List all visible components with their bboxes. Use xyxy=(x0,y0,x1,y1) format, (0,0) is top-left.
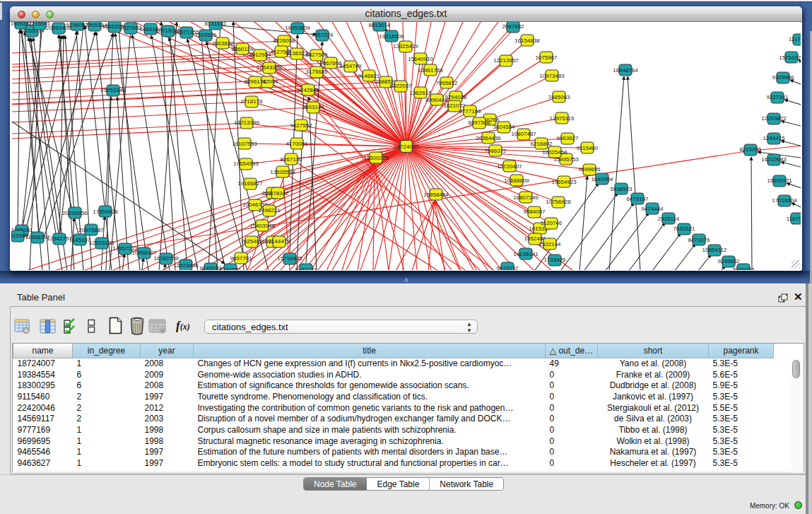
svg-text:20364436: 20364436 xyxy=(476,135,501,141)
svg-text:10807487: 10807487 xyxy=(511,131,536,137)
svg-text:8215955: 8215955 xyxy=(739,146,762,153)
svg-text:6479197: 6479197 xyxy=(626,196,649,202)
svg-text:16107553: 16107553 xyxy=(232,141,257,147)
svg-text:12213389: 12213389 xyxy=(234,119,259,126)
svg-text:16782759: 16782759 xyxy=(153,255,179,262)
svg-text:18300275: 18300275 xyxy=(363,155,389,161)
svg-text:5938923: 5938923 xyxy=(610,186,632,192)
svg-text:15640910: 15640910 xyxy=(408,56,433,62)
svg-text:16154838: 16154838 xyxy=(514,37,540,44)
svg-text:13325419: 13325419 xyxy=(393,43,418,49)
svg-text:1640954: 1640954 xyxy=(591,176,613,182)
svg-text:1878342: 1878342 xyxy=(266,190,289,197)
svg-text:6897508: 6897508 xyxy=(468,119,490,126)
svg-text:9474444: 9474444 xyxy=(641,206,664,212)
svg-text:9896176: 9896176 xyxy=(244,78,266,85)
svg-text:15720407: 15720407 xyxy=(497,163,522,170)
svg-text:9527508: 9527508 xyxy=(305,52,328,58)
svg-text:8471676: 8471676 xyxy=(688,237,710,243)
svg-text:12505135: 12505135 xyxy=(89,240,114,246)
svg-text:1527602: 1527602 xyxy=(119,25,142,31)
svg-text:1117704: 1117704 xyxy=(789,36,801,42)
svg-text:17359928: 17359928 xyxy=(93,209,118,215)
svg-text:20975887: 20975887 xyxy=(78,227,104,233)
svg-text:9245093: 9245093 xyxy=(199,265,222,270)
svg-text:8322037: 8322037 xyxy=(389,83,412,89)
svg-text:8136323: 8136323 xyxy=(286,50,308,57)
svg-text:9777169: 9777169 xyxy=(459,108,481,115)
svg-text:7515526: 7515526 xyxy=(194,32,217,38)
svg-text:10756928: 10756928 xyxy=(546,199,571,205)
svg-text:10688609: 10688609 xyxy=(504,177,529,184)
svg-text:18724007: 18724007 xyxy=(394,144,419,150)
svg-text:2144479: 2144479 xyxy=(268,238,290,245)
svg-text:10973493: 10973493 xyxy=(539,73,565,79)
svg-text:25053346: 25053346 xyxy=(100,87,126,93)
svg-text:9699695: 9699695 xyxy=(578,166,601,173)
svg-text:7632621: 7632621 xyxy=(673,226,695,232)
svg-text:7485063: 7485063 xyxy=(548,94,570,100)
svg-text:18807249: 18807249 xyxy=(513,194,539,201)
svg-text:4170061: 4170061 xyxy=(286,141,308,147)
svg-text:2522144: 2522144 xyxy=(539,241,561,247)
svg-text:9794028: 9794028 xyxy=(445,94,467,100)
svg-text:6216802: 6216802 xyxy=(530,141,553,147)
svg-text:1075967: 1075967 xyxy=(535,54,558,61)
svg-text:15716485: 15716485 xyxy=(277,255,302,262)
svg-text:2718176: 2718176 xyxy=(240,98,263,105)
svg-text:16961758: 16961758 xyxy=(418,67,443,74)
svg-text:1145197: 1145197 xyxy=(69,237,91,243)
svg-text:7955812: 7955812 xyxy=(435,80,458,86)
svg-text:9115460: 9115460 xyxy=(577,145,599,151)
svg-text:9427552: 9427552 xyxy=(290,122,312,129)
svg-text:20206556: 20206556 xyxy=(62,210,88,216)
svg-text:16648764: 16648764 xyxy=(613,67,638,74)
svg-text:19166827: 19166827 xyxy=(237,180,263,187)
svg-text:1244415: 1244415 xyxy=(763,135,785,141)
svg-text:8912954: 8912954 xyxy=(249,52,271,58)
svg-text:7357224: 7357224 xyxy=(311,32,334,38)
svg-text:8131531: 8131531 xyxy=(204,22,227,27)
svg-text:2935114: 2935114 xyxy=(658,216,680,222)
svg-text:19218506: 19218506 xyxy=(379,33,404,40)
svg-text:8079455: 8079455 xyxy=(732,267,755,270)
svg-text:12093872: 12093872 xyxy=(761,115,787,122)
svg-text:12213957: 12213957 xyxy=(493,57,519,64)
svg-text:16053809: 16053809 xyxy=(285,25,310,31)
svg-text:9245652: 9245652 xyxy=(717,258,740,264)
svg-text:2367608: 2367608 xyxy=(319,60,342,66)
svg-text:2803144: 2803144 xyxy=(302,104,324,110)
svg-text:9242848: 9242848 xyxy=(297,87,319,93)
svg-text:15403948: 15403948 xyxy=(249,223,275,229)
svg-text:19654953: 19654953 xyxy=(233,160,259,167)
svg-text:3175685: 3175685 xyxy=(305,69,328,75)
svg-text:9463627: 9463627 xyxy=(556,135,579,141)
svg-text:1362615: 1362615 xyxy=(409,90,432,96)
svg-text:12923446: 12923446 xyxy=(173,262,199,269)
svg-text:15958454: 15958454 xyxy=(423,192,449,198)
svg-text:15692971: 15692971 xyxy=(767,177,792,184)
svg-text:8813014: 8813014 xyxy=(368,22,391,28)
svg-text:9084007: 9084007 xyxy=(523,209,546,215)
svg-text:13535594: 13535594 xyxy=(270,169,295,175)
svg-text:8454749: 8454749 xyxy=(339,63,362,69)
svg-text:1167534: 1167534 xyxy=(787,216,801,222)
svg-text:7663822: 7663822 xyxy=(211,40,234,47)
svg-text:14136141: 14136141 xyxy=(513,251,539,257)
svg-text:1733426: 1733426 xyxy=(543,257,566,263)
svg-text:7625402: 7625402 xyxy=(240,238,263,245)
svg-text:9329966: 9329966 xyxy=(772,74,794,81)
svg-text:9415077: 9415077 xyxy=(496,265,519,270)
svg-text:12975115: 12975115 xyxy=(550,115,575,122)
svg-text:8294551: 8294551 xyxy=(219,267,242,270)
svg-text:9462733: 9462733 xyxy=(295,267,317,270)
svg-text:8226058: 8226058 xyxy=(273,37,295,44)
svg-text:2087682: 2087682 xyxy=(502,23,524,30)
svg-text:10654112: 10654112 xyxy=(702,247,728,253)
svg-text:19654923: 19654923 xyxy=(551,179,577,185)
svg-text:8267130: 8267130 xyxy=(280,156,302,163)
svg-text:9657791: 9657791 xyxy=(230,255,252,262)
svg-text:1498221: 1498221 xyxy=(258,207,281,214)
svg-text:1120746: 1120746 xyxy=(541,220,563,226)
svg-text:9227341: 9227341 xyxy=(766,94,789,100)
